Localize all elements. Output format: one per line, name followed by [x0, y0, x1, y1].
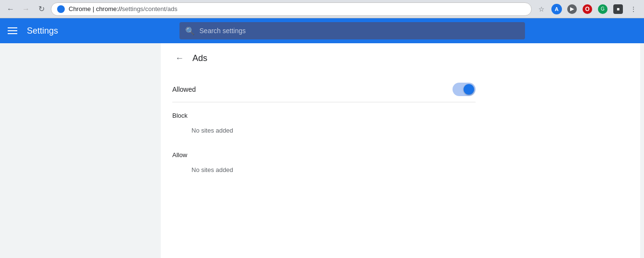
dark-ext-icon: ■ [613, 4, 623, 14]
page-content: ← Ads Allowed Block No sites added Allow… [161, 43, 487, 189]
back-to-content-button[interactable]: ← [172, 51, 187, 65]
settings-header: Settings 🔍 Search settings [0, 18, 644, 43]
opera-button[interactable]: O [581, 2, 594, 16]
google-icon: G [598, 4, 608, 14]
google-button[interactable]: G [596, 2, 609, 16]
allowed-label: Allowed [172, 86, 196, 93]
allow-no-sites: No sites added [172, 162, 476, 181]
more-button[interactable]: ⋮ [627, 2, 640, 16]
settings-title: Settings [27, 26, 58, 36]
hamburger-menu[interactable] [8, 27, 17, 34]
opera-icon: O [583, 4, 592, 14]
browser-chrome: ← → ↻ Chrome | chrome://settings/content… [0, 0, 644, 18]
toggle-track [453, 83, 476, 96]
extensions-button[interactable]: ▶ [565, 2, 579, 16]
toggle-thumb [464, 84, 474, 95]
search-icon: 🔍 [185, 26, 195, 36]
sidebar [0, 43, 161, 258]
scrollbar[interactable] [640, 43, 644, 258]
site-icon [57, 5, 65, 13]
page-header: ← Ads [172, 51, 476, 65]
block-section-header: Block [172, 112, 476, 119]
toolbar-icons: ☆ A ▶ O G ■ ⋮ [535, 2, 640, 16]
ext-puzzle-icon: ▶ [567, 4, 577, 14]
refresh-button[interactable]: ↻ [35, 2, 48, 16]
page-title: Ads [192, 53, 207, 63]
nav-buttons: ← → ↻ [4, 2, 48, 16]
main-layout: ← Ads Allowed Block No sites added Allow… [0, 43, 644, 258]
profile-button[interactable]: A [550, 2, 563, 16]
profile-icon: A [551, 4, 562, 14]
search-placeholder: Search settings [200, 27, 246, 35]
forward-button[interactable]: → [19, 2, 33, 16]
back-button[interactable]: ← [4, 2, 17, 16]
address-url: Chrome | chrome://settings/content/ads [69, 5, 178, 12]
block-no-sites: No sites added [172, 123, 476, 142]
dark-ext-button[interactable]: ■ [611, 2, 625, 16]
content-area: ← Ads Allowed Block No sites added Allow… [161, 43, 640, 258]
bookmark-button[interactable]: ☆ [535, 2, 548, 16]
search-bar[interactable]: 🔍 Search settings [179, 22, 525, 39]
allowed-toggle[interactable] [453, 83, 476, 96]
allowed-setting-row: Allowed [172, 77, 476, 102]
address-bar[interactable]: Chrome | chrome://settings/content/ads [51, 2, 532, 16]
allow-section-header: Allow [172, 151, 476, 159]
